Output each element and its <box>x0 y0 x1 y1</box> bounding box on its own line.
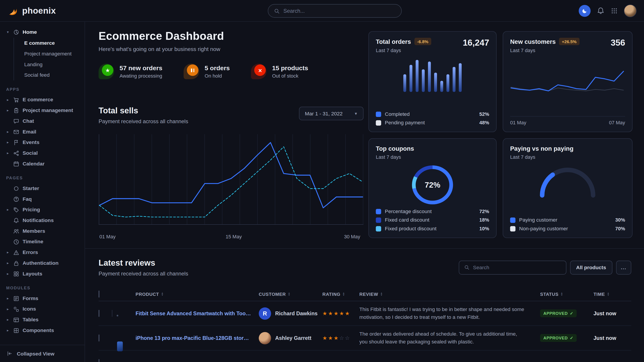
legend-value: 48% <box>479 120 489 126</box>
sidebar-item-timeline[interactable]: Timeline <box>6 236 80 247</box>
sidebar-section-label-pages: PAGES <box>6 176 80 180</box>
sidebar-item-label: Layouts <box>22 271 42 277</box>
theme-toggle-button[interactable] <box>579 5 590 16</box>
reviews-search[interactable] <box>459 261 566 274</box>
date-range-select[interactable]: Mar 1 - 31, 2022 ▼ <box>299 107 364 120</box>
sidebar-item-e-commerce[interactable]: E commerce <box>14 38 80 48</box>
column-header-product[interactable]: PRODUCT▲▼ <box>136 292 259 297</box>
sidebar-item-project-management[interactable]: Project management <box>14 48 80 59</box>
chevron-right-icon: ▸ <box>6 130 10 134</box>
star-icon: ☆ <box>345 335 350 341</box>
new-customers-value: 356 <box>611 38 625 48</box>
order-bar <box>422 69 425 92</box>
sidebar-item-social[interactable]: ▸Social <box>6 148 80 159</box>
sidebar-item-home[interactable]: ▾Home <box>6 27 80 37</box>
brand-logo[interactable]: phoenix <box>8 5 56 16</box>
review-time: Just now <box>594 335 631 341</box>
legend-value: 18% <box>479 217 489 223</box>
global-search[interactable] <box>268 4 402 18</box>
row-checkbox-cell <box>99 310 112 317</box>
column-header-time[interactable]: TIME▲▼ <box>594 292 631 297</box>
chevron-right-icon: ▸ <box>6 140 10 144</box>
reviews-table-header: PRODUCT▲▼CUSTOMER▲▼RATING▲▼REVIEW▲▼STATU… <box>99 287 632 301</box>
rating-stars: ★★★☆☆ <box>322 335 359 341</box>
top-coupons-legend: Percentage discount72%Fixed card discoun… <box>376 208 489 231</box>
column-header-status[interactable]: STATUS▲▼ <box>540 292 594 297</box>
sidebar-item-icons[interactable]: ▸Icons <box>6 304 80 314</box>
all-products-button[interactable]: All products <box>570 261 612 274</box>
collapsed-view-toggle[interactable]: Collapsed View <box>0 345 84 362</box>
sidebar-item-layouts[interactable]: ▸Layouts <box>6 268 80 279</box>
sidebar-item-social-feed[interactable]: Social feed <box>14 70 80 80</box>
sidebar-item-calendar[interactable]: Calendar <box>6 159 80 169</box>
star-icon: ★ <box>334 335 339 341</box>
sidebar-item-label: Forms <box>22 296 38 301</box>
column-label: STATUS <box>540 292 558 297</box>
kpi-cards: Total orders -6.8% Last 7 days 16,247 Co… <box>368 31 632 238</box>
sidebar-item-starter[interactable]: Starter <box>6 183 80 194</box>
sidebar-item-forms[interactable]: ▸Forms <box>6 293 80 304</box>
sidebar-item-email[interactable]: ▸Email <box>6 126 80 137</box>
legend-swatch <box>376 209 381 214</box>
row-checkbox[interactable] <box>99 310 100 317</box>
sidebar-item-project-management[interactable]: ▸Project management <box>6 105 80 116</box>
user-avatar[interactable] <box>624 4 636 17</box>
status-cell: APPROVED ✓ <box>540 310 594 317</box>
column-label: RATING <box>322 292 340 297</box>
chevron-right-icon: ▸ <box>6 108 10 112</box>
product-thumb-cell <box>112 310 136 317</box>
notifications-button[interactable] <box>597 7 604 14</box>
order-bar <box>416 60 419 92</box>
sidebar-item-members[interactable]: Members <box>6 226 80 237</box>
sidebar-item-label: Home <box>22 29 37 35</box>
sidebar-item-tables[interactable]: ▸Tables <box>6 314 80 325</box>
sidebar-item-authentication[interactable]: ▸Authentication <box>6 258 80 269</box>
reviews-search-input[interactable] <box>473 265 561 270</box>
circle-icon <box>13 185 20 192</box>
legend-item-fixed-product-discount: Fixed product discount10% <box>376 226 489 232</box>
product-link[interactable]: iPhone 13 pro max-Pacific Blue-128GB sto… <box>136 335 259 341</box>
star-icon: ★ <box>328 310 334 317</box>
star-icon: ★ <box>345 310 350 317</box>
global-search-input[interactable] <box>283 8 396 14</box>
legend-label: Non-paying customer <box>519 226 568 232</box>
legend-value: 52% <box>479 111 489 117</box>
pause-icon <box>187 64 198 76</box>
x-tick-label: 01 May <box>99 234 116 240</box>
sidebar-item-components[interactable]: ▸Components <box>6 325 80 336</box>
total-orders-trend-badge: -6.8% <box>414 38 431 45</box>
sidebar-item-landing[interactable]: Landing <box>14 59 80 70</box>
quick-stat-on-hold: 5 ordersOn hold <box>184 64 230 79</box>
sidebar-item-chat[interactable]: Chat <box>6 116 80 127</box>
customer-cell: RRichard Dawkins <box>259 307 322 320</box>
search-icon <box>464 265 469 270</box>
row-checkbox[interactable] <box>99 335 100 342</box>
grid-icon <box>13 271 20 277</box>
sidebar-item-notifications[interactable]: Notifications <box>6 215 80 226</box>
sidebar-item-label: Icons <box>22 306 36 312</box>
total-sells-title: Total sells <box>99 106 188 115</box>
legend-value: 70% <box>615 226 625 232</box>
sidebar-item-e-commerce[interactable]: ▸E commerce <box>6 94 80 105</box>
new-customers-line-chart <box>510 57 624 116</box>
grid-dots-icon <box>611 7 618 14</box>
sidebar-item-errors[interactable]: ▸Errors <box>6 247 80 258</box>
sidebar-item-faq[interactable]: Faq <box>6 194 80 204</box>
quick-stat-awating-processing: ★57 new ordersAwating processing <box>99 64 162 79</box>
sidebar-item-events[interactable]: ▸Events <box>6 137 80 148</box>
calendar-icon <box>13 161 20 167</box>
apps-grid-button[interactable] <box>611 7 618 14</box>
product-link[interactable]: Fitbit Sense Advanced Smartwatch with To… <box>136 310 259 317</box>
select-all-checkbox[interactable] <box>99 291 100 298</box>
sidebar-item-pricing[interactable]: ▸Pricing <box>6 204 80 215</box>
chevron-right-icon: ▸ <box>6 318 10 322</box>
quick-stat-value: 57 new orders <box>120 64 162 71</box>
column-header-review[interactable]: REVIEW▲▼ <box>359 292 540 297</box>
form-icon <box>13 295 20 302</box>
column-header-customer[interactable]: CUSTOMER▲▼ <box>259 292 322 297</box>
order-bar <box>403 74 406 92</box>
clock-icon <box>13 239 20 245</box>
row-checkbox[interactable] <box>99 359 100 362</box>
more-options-button[interactable]: ... <box>616 261 631 274</box>
column-header-rating[interactable]: RATING▲▼ <box>322 292 359 297</box>
